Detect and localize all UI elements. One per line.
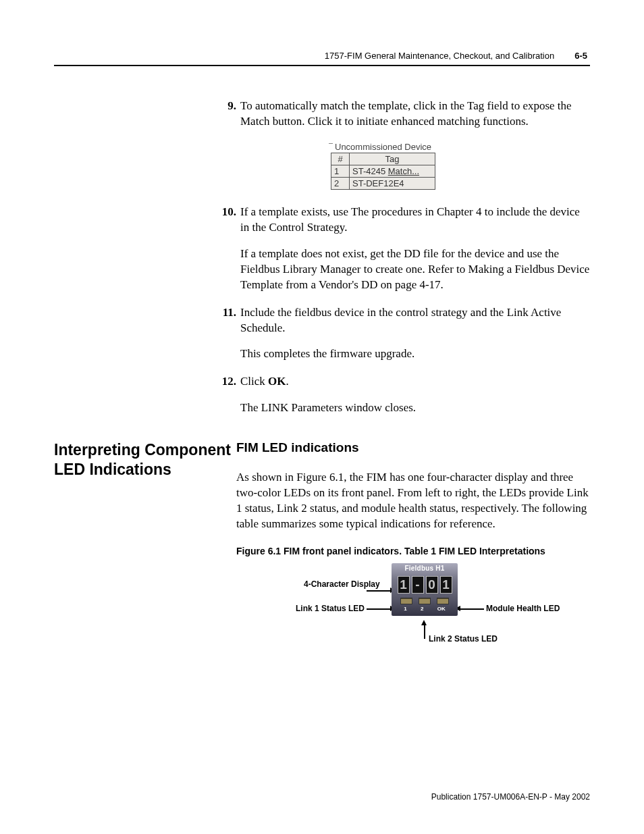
step-text: If a template exists, use The procedures… xyxy=(240,205,590,236)
label-module-health-led: Module Health LED xyxy=(486,604,560,613)
section-heading: Interpreting Component LED Indications xyxy=(54,440,236,479)
fim-device-panel: Fieldbus H1 1 - 0 1 1 2 xyxy=(392,563,458,616)
arrow-head-icon xyxy=(421,620,427,625)
arrow-line xyxy=(367,590,390,592)
display-char: - xyxy=(412,576,424,594)
step-11: 11. Include the fieldbus device in the c… xyxy=(236,305,590,363)
table-row: 2 ST-DEF12E4 xyxy=(331,177,435,189)
label-link1-led: Link 1 Status LED xyxy=(284,604,365,613)
device-table: # Tag 1 ST-4245 Match... 2 ST-DEF12E4 xyxy=(331,153,435,190)
publication-footer: Publication 1757-UM006A-EN-P - May 2002 xyxy=(431,792,590,802)
display-char: 1 xyxy=(398,576,410,594)
led-1-icon xyxy=(400,598,412,604)
step-text: To automatically match the template, cli… xyxy=(240,99,590,130)
ok-label: OK xyxy=(268,375,286,388)
led-label: OK xyxy=(437,606,446,612)
uncommissioned-device-panel: Uncommissioned Device # Tag 1 ST-4245 Ma… xyxy=(331,142,435,190)
four-char-display: 1 - 0 1 xyxy=(392,575,458,598)
device-title: Fieldbus H1 xyxy=(392,563,458,575)
led-label: 2 xyxy=(421,606,423,612)
tag-cell[interactable]: ST-DEF12E4 xyxy=(350,177,435,189)
panel-title: Uncommissioned Device xyxy=(331,142,435,153)
step-12: 12. Click OK. The LINK Parameters window… xyxy=(236,374,590,416)
step-text: Include the fieldbus device in the contr… xyxy=(240,305,590,336)
step-text: If a template does not exist, get the DD… xyxy=(240,246,590,293)
col-header-tag: Tag xyxy=(350,153,435,165)
step-text-part: . xyxy=(286,375,289,388)
arrow-line xyxy=(424,625,425,639)
display-char: 1 xyxy=(440,576,452,594)
header-title: 1757-FIM General Maintenance, Checkout, … xyxy=(325,51,554,61)
step-number: 10. xyxy=(216,205,240,293)
match-button[interactable]: Match... xyxy=(388,166,419,176)
step-text-part: Click xyxy=(240,375,268,388)
step-number: 9. xyxy=(216,99,240,130)
led-2-icon xyxy=(419,598,431,604)
page-header: 1757-FIM General Maintenance, Checkout, … xyxy=(54,51,590,61)
display-char: 0 xyxy=(426,576,438,594)
led-labels: 1 2 OK xyxy=(392,606,458,612)
table-row: 1 ST-4245 Match... xyxy=(331,165,435,177)
arrow-line xyxy=(367,608,390,610)
row-number: 2 xyxy=(331,177,350,189)
label-4char-display: 4-Character Display xyxy=(304,579,365,589)
tag-cell[interactable]: ST-4245 Match... xyxy=(350,165,435,177)
step-text: This completes the firmware upgrade. xyxy=(240,346,590,362)
section-interpreting: Interpreting Component LED Indications F… xyxy=(54,440,590,671)
led-ok-icon xyxy=(437,598,449,604)
subsection-heading: FIM LED indications xyxy=(236,440,590,455)
step-9: 9. To automatically match the template, … xyxy=(236,99,590,130)
led-label: 1 xyxy=(404,606,406,612)
col-header-number: # xyxy=(331,153,350,165)
figure-6-1: 4-Character Display Link 1 Status LED Mo… xyxy=(277,563,547,671)
header-rule xyxy=(54,65,590,66)
tag-value: ST-4245 xyxy=(352,166,388,176)
step-number: 12. xyxy=(216,374,240,416)
arrow-line xyxy=(460,608,484,610)
label-link2-led: Link 2 Status LED xyxy=(429,634,498,644)
step-text: The LINK Parameters window closes. xyxy=(240,400,590,416)
step-number: 11. xyxy=(216,305,240,363)
step-text: Click OK. xyxy=(240,374,590,390)
step-10: 10. If a template exists, use The proced… xyxy=(236,205,590,293)
led-row xyxy=(392,598,458,606)
section-paragraph: As shown in Figure 6.1, the FIM has one … xyxy=(236,470,590,532)
row-number: 1 xyxy=(331,165,350,177)
figure-caption: Figure 6.1 FIM front panel indicators. T… xyxy=(236,546,590,556)
page-number: 6-5 xyxy=(574,51,587,61)
